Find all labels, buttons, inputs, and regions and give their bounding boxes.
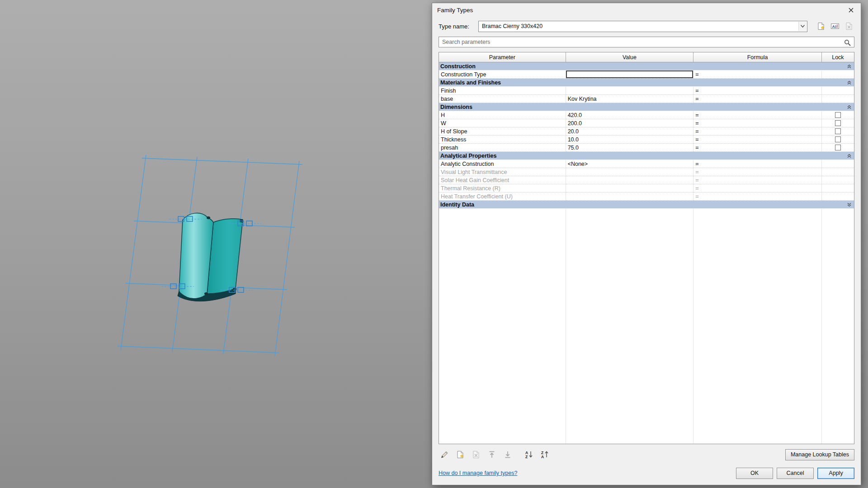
section-header-construction[interactable]: Construction — [439, 62, 854, 70]
parameter-row: Solar Heat Gain Coefficient= — [439, 176, 854, 184]
parameter-formula[interactable]: = — [693, 119, 822, 127]
lock-cell — [822, 144, 854, 152]
parameter-name-text: presah — [441, 145, 458, 151]
delete-parameter-button[interactable] — [470, 449, 482, 460]
parameter-name: presah — [439, 144, 566, 152]
lock-cell — [822, 70, 854, 79]
parameter-value-text: Kov Krytina — [568, 96, 597, 102]
lock-checkbox[interactable] — [835, 112, 841, 118]
column-header-value[interactable]: Value — [566, 52, 694, 62]
parameter-row: presah75.0= — [439, 144, 854, 152]
parameter-value[interactable]: 420.0 — [566, 111, 694, 119]
edit-parameter-button[interactable] — [439, 449, 450, 460]
parameter-formula[interactable]: = — [693, 160, 822, 168]
manage-lookup-tables-button[interactable]: Manage Lookup Tables — [785, 449, 854, 460]
parameter-name-text: H of Slope — [441, 128, 467, 135]
close-button[interactable] — [841, 3, 861, 17]
cancel-button[interactable]: Cancel — [777, 468, 814, 479]
collapse-section-icon[interactable] — [847, 80, 852, 85]
parameter-name: Solar Heat Gain Coefficient — [439, 176, 566, 184]
parameter-formula[interactable]: = — [693, 70, 822, 79]
parameter-name-text: Solar Heat Gain Coefficient — [441, 177, 509, 183]
parameter-formula[interactable]: = — [693, 144, 822, 152]
lock-cell — [822, 184, 854, 192]
parameter-name: Thickness — [439, 136, 566, 144]
collapse-section-icon[interactable] — [847, 64, 852, 69]
delete-type-button[interactable] — [844, 21, 854, 32]
parameter-name: Construction Type — [439, 70, 566, 79]
parameter-value[interactable]: <None> — [566, 160, 694, 168]
parameter-value-text: 200.0 — [568, 120, 582, 127]
lock-checkbox[interactable] — [835, 128, 841, 134]
dialog-title: Family Types — [437, 7, 473, 14]
dialog-titlebar[interactable]: Family Types — [432, 3, 861, 17]
parameter-name: Finish — [439, 87, 566, 95]
section-header-materials-and-finishes[interactable]: Materials and Finishes — [439, 79, 854, 87]
parameter-value[interactable] — [566, 70, 694, 79]
parameter-formula-text: = — [695, 169, 698, 175]
parameter-name: Thermal Resistance (R) — [439, 184, 566, 192]
parameter-value[interactable]: 20.0 — [566, 127, 694, 136]
column-header-formula[interactable]: Formula — [693, 52, 822, 62]
parameter-formula[interactable]: = — [693, 111, 822, 119]
search-icon[interactable] — [844, 39, 851, 48]
parameter-formula-text: = — [695, 120, 698, 127]
parameter-value-text: <None> — [568, 161, 588, 167]
parameter-formula-text: = — [695, 185, 698, 192]
delete-type-icon — [844, 22, 854, 31]
parameter-formula[interactable]: = — [693, 127, 822, 136]
3d-model-tile[interactable] — [178, 213, 243, 301]
sort-ascending-button[interactable]: A Z — [523, 449, 535, 460]
parameter-value[interactable]: Kov Krytina — [566, 95, 694, 103]
parameter-value[interactable] — [566, 168, 694, 176]
parameter-formula[interactable]: = — [693, 184, 822, 192]
collapse-section-icon[interactable] — [847, 105, 852, 109]
new-parameter-button[interactable] — [454, 449, 466, 460]
parameter-formula[interactable]: = — [693, 176, 822, 184]
parameter-row: Visual Light Transmittance= — [439, 168, 854, 176]
section-header-dimensions[interactable]: Dimensions — [439, 103, 854, 111]
parameter-name: Analytic Construction — [439, 160, 566, 168]
parameter-value[interactable] — [566, 176, 694, 184]
rename-type-button[interactable]: A I — [830, 21, 840, 32]
parameter-value[interactable]: 10.0 — [566, 136, 694, 144]
lock-cell — [822, 87, 854, 95]
parameter-formula[interactable]: = — [693, 95, 822, 103]
move-down-button[interactable] — [502, 449, 514, 460]
column-header-parameter[interactable]: Parameter — [439, 52, 566, 62]
parameter-value[interactable] — [566, 184, 694, 192]
parameter-formula[interactable]: = — [693, 168, 822, 176]
collapse-section-icon[interactable] — [847, 154, 852, 158]
parameter-value[interactable]: 200.0 — [566, 119, 694, 127]
parameter-name: H of Slope — [439, 127, 566, 136]
section-header-analytical-properties[interactable]: Analytical Properties — [439, 152, 854, 160]
expand-section-icon[interactable] — [847, 202, 852, 207]
lock-checkbox[interactable] — [835, 136, 841, 142]
new-type-button[interactable] — [816, 21, 826, 32]
lock-cell — [822, 176, 854, 184]
parameter-name-text: Analytic Construction — [441, 161, 494, 167]
parameter-formula[interactable]: = — [693, 192, 822, 201]
ok-button[interactable]: OK — [736, 468, 773, 479]
sort-descending-button[interactable]: Z A — [539, 449, 551, 460]
parameter-name: Heat Transfer Coefficient (U) — [439, 192, 566, 201]
svg-text:A: A — [832, 24, 835, 29]
apply-button[interactable]: Apply — [817, 468, 854, 479]
type-name-select[interactable]: Bramac Cierny 330x420 — [478, 21, 807, 32]
parameter-value[interactable] — [566, 192, 694, 201]
search-parameters-input[interactable] — [439, 37, 854, 47]
parameter-formula[interactable]: = — [693, 136, 822, 144]
parameter-value[interactable] — [566, 87, 694, 95]
lock-checkbox[interactable] — [835, 145, 841, 150]
svg-text:Z: Z — [525, 455, 528, 459]
parameter-value[interactable]: 75.0 — [566, 144, 694, 152]
parameter-row: W200.0= — [439, 119, 854, 127]
section-header-identity-data[interactable]: Identity Data — [439, 201, 854, 209]
help-link[interactable]: How do I manage family types? — [439, 470, 517, 476]
lock-checkbox[interactable] — [835, 120, 841, 126]
chevron-down-icon[interactable] — [798, 22, 807, 31]
parameter-formula[interactable]: = — [693, 87, 822, 95]
parameter-formula-text: = — [695, 145, 698, 151]
move-up-button[interactable] — [486, 449, 498, 460]
column-header-lock[interactable]: Lock — [822, 52, 854, 62]
